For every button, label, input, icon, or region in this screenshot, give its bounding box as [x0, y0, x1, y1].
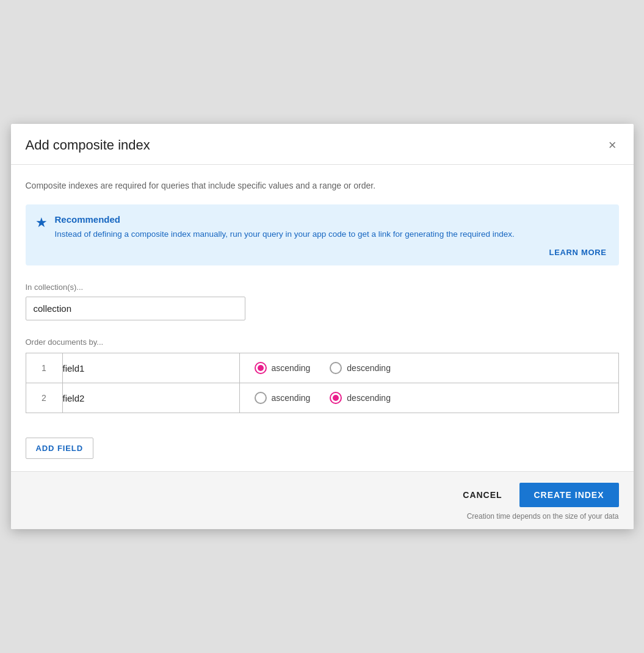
recommendation-description: Instead of defining a composite index ma…	[55, 228, 607, 240]
collection-input[interactable]	[26, 297, 245, 320]
row-number-2: 2	[26, 383, 62, 413]
descending-radio-1[interactable]	[330, 362, 342, 374]
dialog-footer: CANCEL CREATE INDEX Creation time depend…	[11, 471, 634, 529]
recommendation-title: Recommended	[55, 214, 607, 225]
order-section: Order documents by... 1 field1 ascending	[26, 337, 619, 413]
collection-label: In collection(s)...	[26, 283, 619, 292]
ascending-radio-1[interactable]	[255, 362, 267, 374]
star-icon: ★	[35, 215, 48, 231]
table-row: 2 field2 ascending descending	[26, 383, 618, 413]
add-field-button[interactable]: ADD FIELD	[26, 438, 94, 459]
row-number-1: 1	[26, 353, 62, 383]
descending-label-1: descending	[347, 363, 391, 373]
ascending-label-1: ascending	[272, 363, 311, 373]
learn-more-row: LEARN MORE	[35, 248, 607, 257]
footer-note: Creation time depends on the size of you…	[26, 512, 619, 521]
ascending-option-2[interactable]: ascending	[255, 392, 311, 404]
cancel-button[interactable]: CANCEL	[450, 483, 514, 507]
add-composite-index-dialog: Add composite index × Composite indexes …	[11, 124, 634, 529]
footer-actions: CANCEL CREATE INDEX	[26, 483, 619, 507]
fields-table: 1 field1 ascending descending	[26, 353, 619, 413]
descending-option-1[interactable]: descending	[330, 362, 391, 374]
dialog-title: Add composite index	[26, 137, 150, 153]
learn-more-link[interactable]: LEARN MORE	[549, 248, 607, 257]
collection-section: In collection(s)...	[26, 283, 619, 337]
descending-radio-2[interactable]	[330, 392, 342, 404]
ascending-label-2: ascending	[272, 393, 311, 403]
table-row: 1 field1 ascending descending	[26, 353, 618, 383]
dialog-header: Add composite index ×	[11, 124, 634, 165]
field-name-1: field1	[62, 353, 239, 383]
recommendation-header: ★ Recommended Instead of defining a comp…	[35, 214, 607, 240]
ascending-option-1[interactable]: ascending	[255, 362, 311, 374]
dialog-body: Composite indexes are required for queri…	[11, 165, 634, 471]
radio-group-2: ascending descending	[239, 383, 618, 413]
radio-group-1: ascending descending	[239, 353, 618, 383]
create-index-button[interactable]: CREATE INDEX	[519, 483, 619, 507]
field-name-2: field2	[62, 383, 239, 413]
descending-option-2[interactable]: descending	[330, 392, 391, 404]
descending-label-2: descending	[347, 393, 391, 403]
recommendation-content: Recommended Instead of defining a compos…	[55, 214, 607, 240]
recommendation-box: ★ Recommended Instead of defining a comp…	[26, 204, 619, 265]
close-button[interactable]: ×	[606, 136, 619, 154]
description-text: Composite indexes are required for queri…	[26, 179, 619, 192]
ascending-radio-2[interactable]	[255, 392, 267, 404]
order-label: Order documents by...	[26, 337, 619, 347]
